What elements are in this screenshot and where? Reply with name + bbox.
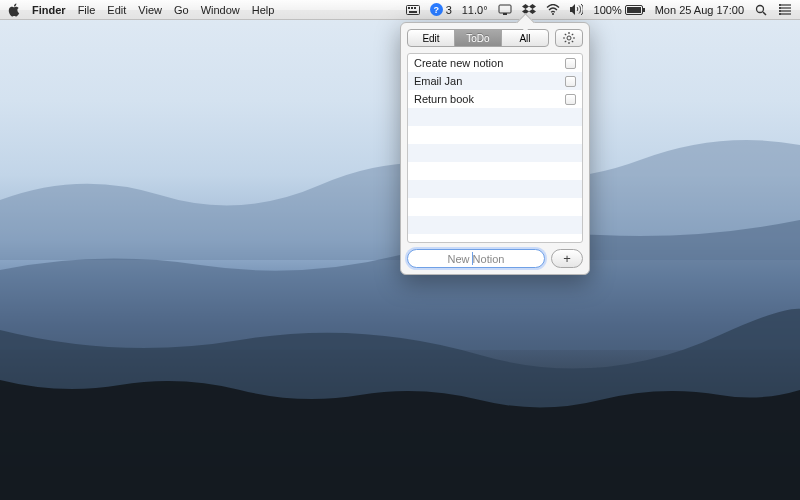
svg-rect-2 [411, 7, 413, 9]
svg-point-19 [779, 10, 781, 12]
menu-help[interactable]: Help [252, 4, 275, 16]
menu-view[interactable]: View [138, 4, 162, 16]
list-item[interactable]: Email Jan [408, 72, 582, 90]
list-item-empty: . [408, 216, 582, 234]
todo-label: Email Jan [414, 75, 462, 87]
add-button[interactable]: + [551, 249, 583, 268]
list-item-empty: . [408, 108, 582, 126]
spotlight-icon[interactable] [754, 3, 768, 17]
list-item[interactable]: Return book [408, 90, 582, 108]
svg-rect-0 [406, 5, 419, 14]
plus-icon: + [563, 251, 571, 266]
battery-percent: 100% [594, 4, 622, 16]
app-name[interactable]: Finder [32, 4, 66, 16]
new-notion-input[interactable]: New Notion [407, 249, 545, 268]
text-cursor [472, 252, 473, 265]
todo-label: Return book [414, 93, 474, 105]
menu-go[interactable]: Go [174, 4, 189, 16]
display-icon[interactable] [498, 3, 512, 17]
apple-menu-icon[interactable] [8, 3, 20, 17]
svg-rect-6 [503, 13, 507, 15]
menubar-clock[interactable]: Mon 25 Aug 17:00 [655, 4, 744, 16]
svg-line-12 [763, 12, 766, 15]
list-item-empty: . [408, 180, 582, 198]
svg-rect-10 [643, 8, 645, 12]
todo-checkbox[interactable] [565, 94, 576, 105]
menu-edit[interactable]: Edit [107, 4, 126, 16]
todo-dropdown-panel: Edit ToDo All Create new notion Email Ja… [400, 22, 590, 275]
new-notion-placeholder: New Notion [448, 253, 505, 265]
wifi-icon[interactable] [546, 3, 560, 17]
battery-status[interactable]: 100% [594, 4, 645, 16]
notification-center-icon[interactable] [778, 3, 792, 17]
tab-all[interactable]: All [502, 30, 548, 46]
svg-point-11 [757, 5, 764, 12]
todo-label: Create new notion [414, 57, 503, 69]
svg-point-17 [779, 4, 781, 6]
svg-line-29 [572, 34, 573, 35]
svg-line-26 [565, 34, 566, 35]
battery-icon [625, 5, 645, 15]
temperature-readout[interactable]: 11.0° [462, 4, 488, 16]
list-item-empty: . [408, 126, 582, 144]
svg-point-21 [567, 36, 571, 40]
todo-checkbox[interactable] [565, 58, 576, 69]
svg-rect-5 [499, 5, 511, 13]
badge-count: 3 [446, 4, 452, 16]
list-item-empty: . [408, 162, 582, 180]
svg-line-28 [565, 41, 566, 42]
keyboard-viewer-icon[interactable] [406, 3, 420, 17]
volume-icon[interactable] [570, 3, 584, 17]
svg-point-18 [779, 7, 781, 9]
svg-rect-9 [627, 7, 641, 13]
tab-edit[interactable]: Edit [408, 30, 455, 46]
settings-button[interactable] [555, 29, 583, 47]
menu-file[interactable]: File [78, 4, 96, 16]
svg-point-20 [779, 13, 781, 15]
svg-rect-3 [414, 7, 416, 9]
gear-icon [563, 32, 575, 44]
tab-todo[interactable]: ToDo [455, 30, 502, 46]
filter-segmented-control: Edit ToDo All [407, 29, 549, 47]
todo-checkbox[interactable] [565, 76, 576, 87]
menubar: Finder File Edit View Go Window Help ? 3… [0, 0, 800, 20]
list-item[interactable]: Create new notion [408, 54, 582, 72]
list-item-empty: . [408, 198, 582, 216]
info-icon: ? [430, 3, 443, 16]
svg-rect-4 [409, 11, 417, 13]
list-item-empty: . [408, 144, 582, 162]
menubar-app-badge[interactable]: ? 3 [430, 3, 452, 16]
svg-rect-1 [408, 7, 410, 9]
todo-list: Create new notion Email Jan Return book … [407, 53, 583, 243]
svg-line-27 [572, 41, 573, 42]
svg-point-7 [552, 13, 554, 15]
menu-window[interactable]: Window [201, 4, 240, 16]
